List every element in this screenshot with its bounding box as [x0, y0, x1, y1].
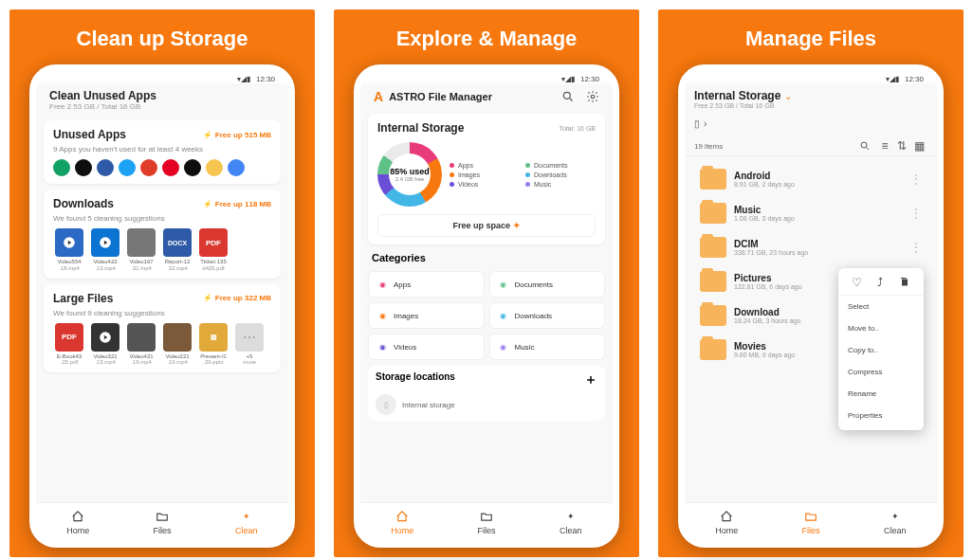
- file-thumbnail[interactable]: Video422.13.mp4: [89, 228, 121, 271]
- favorite-icon[interactable]: ♡: [852, 276, 862, 289]
- file-thumbnail[interactable]: PDFE-Book43.25.pdf: [53, 323, 85, 366]
- status-bar: ▾◢▮12:30: [36, 71, 288, 83]
- category-music[interactable]: ◉Music: [489, 334, 606, 360]
- file-thumbnail[interactable]: Video554.18.mp4: [53, 228, 85, 271]
- card-large-files[interactable]: Large Files ⚡ Free up 322 MB We found 9 …: [44, 284, 281, 373]
- more-icon[interactable]: ⋮: [910, 241, 922, 254]
- chart-legend: AppsDocumentsImagesDownloadsVideosMusic: [450, 162, 596, 188]
- nav-home[interactable]: Home: [36, 503, 120, 541]
- location-title[interactable]: Internal Storage: [694, 89, 780, 102]
- category-downloads[interactable]: ◉Downloads: [489, 302, 606, 329]
- more-icon[interactable]: ⋮: [910, 207, 922, 220]
- card-title: Large Files: [53, 292, 113, 305]
- grid-view-icon[interactable]: ▦: [910, 139, 927, 153]
- freeup-link[interactable]: ⚡ Free up 515 MB: [203, 131, 271, 139]
- menu-copy-to[interactable]: Copy to..: [838, 339, 924, 361]
- phone-frame-1: ▾◢▮12:30 Clean Unused Apps Free 2.53 GB …: [29, 64, 295, 548]
- file-thumbnail[interactable]: ⋯+5more: [233, 323, 266, 366]
- settings-icon[interactable]: [586, 90, 599, 103]
- nav-clean[interactable]: ✦ Clean: [853, 503, 937, 541]
- legend-item: Images: [450, 172, 520, 178]
- bottom-nav: Home Files ✦ Clean: [360, 502, 613, 541]
- storage-summary: Free 2.53 GB / Total 16 GB: [49, 102, 275, 111]
- file-thumbnail[interactable]: PDFTicket 135d425.pdf: [197, 228, 229, 271]
- file-thumbnail[interactable]: DOCXReport-12.32.mp4: [161, 228, 193, 271]
- file-thumbnail[interactable]: Video321.13.mp4: [89, 323, 121, 366]
- storage-total: Total: 16 GB: [559, 125, 596, 132]
- add-icon[interactable]: ＋: [584, 371, 597, 388]
- context-menu: ♡ ⤴ Select Move to.. Copy to.. Compress …: [838, 268, 924, 430]
- free-up-space-button[interactable]: Free up space ✦: [377, 214, 596, 237]
- search-icon[interactable]: [561, 90, 575, 103]
- app-icon[interactable]: [184, 159, 201, 176]
- folder-icon: [700, 237, 726, 258]
- category-apps[interactable]: ◉Apps: [368, 271, 485, 298]
- thumbnail-row: PDFE-Book43.25.pdfVideo321.13.mp4Video42…: [53, 323, 271, 366]
- svg-point-5: [861, 142, 867, 148]
- nav-home[interactable]: Home: [685, 503, 769, 541]
- app-icon[interactable]: [97, 159, 114, 176]
- file-row[interactable]: DCIM338.71 GB, 23 hours ago⋮: [694, 230, 927, 264]
- item-count: 19 items: [694, 142, 859, 151]
- card-unused-apps[interactable]: Unused Apps ⚡ Free up 515 MB 9 Apps you …: [44, 120, 281, 184]
- panel-clean-storage: Clean up Storage ▾◢▮12:30 Clean Unused A…: [9, 9, 315, 557]
- nav-clean[interactable]: ✦ Clean: [204, 503, 288, 541]
- app-icon[interactable]: [75, 159, 92, 176]
- app-icon[interactable]: [162, 159, 179, 176]
- storage-card: Internal Storage Total: 16 GB 85% used 2…: [368, 114, 605, 244]
- category-images[interactable]: ◉Images: [368, 302, 485, 329]
- freeup-link[interactable]: ⚡ Free up 322 MB: [203, 294, 271, 302]
- file-thumbnail[interactable]: Video221.19.mp4: [161, 323, 193, 366]
- nav-files[interactable]: Files: [445, 503, 529, 541]
- legend-item: Downloads: [525, 172, 596, 178]
- app-icon[interactable]: [140, 159, 157, 176]
- storage-location-item[interactable]: ▯ Internal storage: [376, 394, 597, 415]
- app-icon[interactable]: [228, 159, 245, 176]
- file-row[interactable]: Music1.08 GB, 3 days ago⋮: [694, 196, 927, 230]
- category-documents[interactable]: ◉Documents: [489, 271, 606, 298]
- menu-properties[interactable]: Properties: [838, 405, 924, 426]
- freeup-link[interactable]: ⚡ Free up 118 MB: [203, 200, 271, 208]
- chevron-down-icon[interactable]: ⌄: [784, 91, 792, 101]
- app-icon[interactable]: [119, 159, 136, 176]
- share-icon[interactable]: ⤴: [877, 276, 883, 289]
- search-icon[interactable]: [859, 140, 876, 152]
- panel-explore-manage: Explore & Manage ▾◢▮12:30 A ASTRO File M…: [334, 9, 639, 557]
- breadcrumb[interactable]: ▯›: [685, 117, 937, 131]
- screen-header: Clean Unused Apps Free 2.53 GB / Total 1…: [44, 87, 281, 115]
- phone-frame-3: ▾◢▮12:30 Internal Storage ⌄ Free 2.53 GB…: [678, 64, 944, 548]
- page-title: Clean Unused Apps: [49, 89, 275, 102]
- filter-icon[interactable]: ≡: [876, 139, 893, 153]
- status-bar: ▾◢▮12:30: [685, 71, 937, 83]
- nav-files[interactable]: Files: [120, 503, 205, 541]
- app-icon[interactable]: [53, 159, 70, 176]
- storage-locations-title: Storage locations: [376, 371, 455, 388]
- card-subtitle: We found 9 cleaning suggestions: [53, 309, 271, 317]
- menu-select[interactable]: Select: [838, 296, 924, 317]
- file-row[interactable]: Android8.91 GB, 2 days ago⋮: [694, 162, 927, 196]
- list-toolbar: 19 items ≡ ⇅ ▦: [685, 136, 937, 156]
- category-videos[interactable]: ◉Videos: [368, 334, 485, 360]
- nav-clean[interactable]: ✦ Clean: [528, 503, 613, 541]
- delete-icon[interactable]: [899, 276, 910, 289]
- svg-point-3: [563, 92, 570, 99]
- storage-title: Internal Storage: [377, 121, 464, 135]
- nav-home[interactable]: Home: [360, 503, 445, 541]
- card-downloads[interactable]: Downloads ⚡ Free up 118 MB We found 5 cl…: [44, 190, 281, 279]
- file-thumbnail[interactable]: Video421.19.mp4: [125, 323, 157, 366]
- menu-move-to[interactable]: Move to..: [838, 317, 924, 339]
- menu-compress[interactable]: Compress: [838, 361, 924, 383]
- file-thumbnail[interactable]: Video167.31 mp4: [125, 228, 157, 271]
- folder-icon: [700, 305, 726, 326]
- app-icon[interactable]: [206, 159, 223, 176]
- file-thumbnail[interactable]: ▤Present-G.29.pptx: [197, 323, 229, 366]
- more-icon[interactable]: ⋮: [910, 172, 922, 186]
- phone-frame-2: ▾◢▮12:30 A ASTRO File Manager Internal S…: [354, 64, 619, 548]
- storage-donut-chart: 85% used 2.4 GB free: [377, 142, 442, 207]
- nav-files[interactable]: Files: [769, 503, 854, 541]
- sparkle-icon: ✦: [888, 509, 903, 524]
- legend-item: Documents: [525, 162, 596, 169]
- status-bar: ▾◢▮12:30: [360, 71, 613, 83]
- menu-rename[interactable]: Rename: [838, 383, 924, 405]
- sort-icon[interactable]: ⇅: [893, 139, 910, 153]
